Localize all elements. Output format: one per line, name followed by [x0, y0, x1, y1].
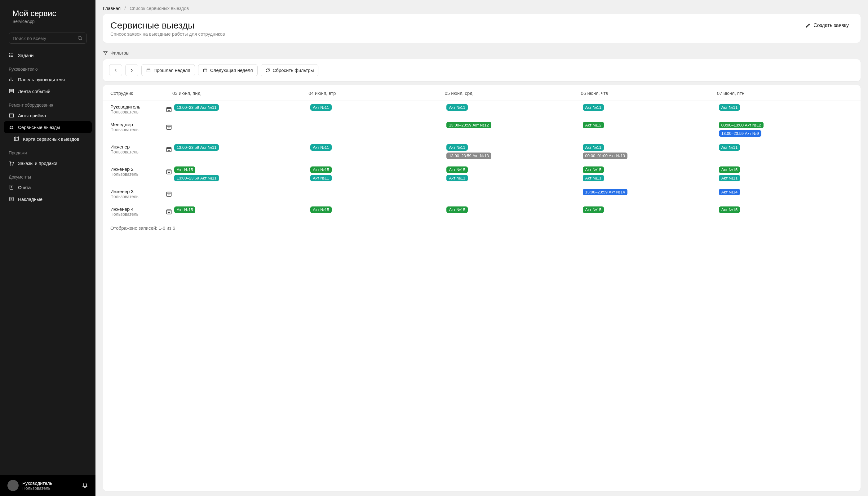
- page-subtitle: Список заявок на выездные работы для сот…: [110, 31, 225, 36]
- employee-role: Пользователь: [110, 212, 162, 217]
- act-badge[interactable]: Акт №15: [310, 167, 331, 173]
- act-badge[interactable]: Акт №11: [583, 144, 604, 151]
- svg-rect-29: [147, 69, 150, 72]
- col-day: 04 июня, втр: [308, 91, 445, 96]
- reset-filters-button[interactable]: Сбросить фильтры: [261, 64, 319, 76]
- car-icon: [9, 124, 14, 130]
- day-cell: Акт №12: [581, 122, 717, 128]
- sidebar-item-dashboard[interactable]: Панель руководителя: [4, 74, 92, 85]
- employee-cell: Инженер 3 Пользователь: [110, 189, 172, 199]
- avatar[interactable]: [7, 480, 19, 491]
- act-badge[interactable]: Акт №11: [310, 104, 331, 111]
- user-role: Пользователь: [22, 486, 78, 491]
- act-badge[interactable]: Акт №12: [583, 122, 604, 128]
- sidebar-item-waybills[interactable]: Накладные: [4, 193, 92, 205]
- day-cell: 13:00–23:59 Акт №11: [172, 104, 308, 111]
- day-cell: Акт №1513:00–23:59 Акт №11: [172, 167, 308, 181]
- breadcrumb-sep: /: [122, 5, 128, 11]
- act-badge[interactable]: Акт №11: [719, 104, 740, 111]
- prev-week-button[interactable]: Прошлая неделя: [141, 64, 195, 76]
- act-badge[interactable]: 13:00–23:59 Акт №11: [174, 175, 219, 181]
- search-input[interactable]: [13, 36, 77, 41]
- sidebar-item-service[interactable]: Сервисные выезды: [4, 121, 92, 133]
- act-badge[interactable]: 13:00–23:59 Акт №11: [174, 104, 219, 111]
- day-cell: Акт №15Акт №11: [717, 167, 853, 181]
- act-badge[interactable]: 13:00–23:59 Акт №9: [719, 130, 761, 137]
- filters-row[interactable]: Фильтры: [95, 46, 868, 59]
- act-badge[interactable]: Акт №15: [174, 206, 195, 213]
- act-badge[interactable]: Акт №15: [719, 206, 740, 213]
- act-badge[interactable]: 13:00–23:59 Акт №13: [446, 153, 491, 159]
- table-row: Менеджер Пользователь 13:00–23:59 Акт №1…: [103, 118, 861, 140]
- act-badge[interactable]: Акт №11: [310, 175, 331, 181]
- sidebar-item-acts[interactable]: Акты приёма: [4, 109, 92, 121]
- calendar-add-icon[interactable]: [166, 106, 172, 113]
- act-badge[interactable]: Акт №15: [446, 206, 467, 213]
- employee-name: Инженер 2: [110, 167, 162, 172]
- filters-label: Фильтры: [110, 50, 129, 56]
- svg-marker-28: [104, 51, 107, 55]
- bell-icon[interactable]: [82, 482, 88, 489]
- col-day: 07 июня, птн: [717, 91, 853, 96]
- act-badge[interactable]: Акт №15: [719, 167, 740, 173]
- sidebar-item-feed[interactable]: Лента событий: [4, 85, 92, 97]
- nav-section-sales: Продажи: [4, 145, 92, 157]
- act-badge[interactable]: Акт №14: [719, 189, 740, 195]
- act-badge[interactable]: Акт №11: [446, 175, 467, 181]
- next-button[interactable]: [125, 64, 138, 76]
- table-head: Сотрудник03 июня, пнд04 июня, втр05 июня…: [103, 85, 861, 100]
- main: Главная / Список сервисных выездов Серви…: [95, 0, 868, 496]
- act-badge[interactable]: Акт №11: [583, 104, 604, 111]
- act-badge[interactable]: 00:00–13:00 Акт №12: [719, 122, 763, 128]
- list-icon: [9, 52, 14, 58]
- calendar-add-icon[interactable]: [166, 168, 172, 175]
- employee-role: Пользователь: [110, 109, 162, 114]
- calendar-add-icon[interactable]: [166, 191, 172, 198]
- receipt-icon: [9, 184, 14, 190]
- table-row: Инженер 2 Пользователь Акт №1513:00–23:5…: [103, 163, 861, 185]
- sidebar-item-tasks[interactable]: Задачи: [4, 49, 92, 61]
- employee-cell: Менеджер Пользователь: [110, 122, 172, 132]
- calendar-add-icon[interactable]: [166, 146, 172, 153]
- feed-icon: [9, 88, 14, 94]
- act-badge[interactable]: Акт №15: [583, 167, 604, 173]
- act-badge[interactable]: Акт №15: [583, 206, 604, 213]
- calendar-add-icon[interactable]: [166, 208, 172, 215]
- svg-point-0: [78, 36, 81, 40]
- pencil-icon: [805, 22, 811, 28]
- act-badge[interactable]: Акт №11: [583, 175, 604, 181]
- act-badge[interactable]: 00:00–01:00 Акт №13: [583, 153, 627, 159]
- act-badge[interactable]: Акт №15: [174, 167, 195, 173]
- act-badge[interactable]: Акт №11: [719, 175, 740, 181]
- act-badge[interactable]: Акт №15: [310, 206, 331, 213]
- sidebar-item-label: Счета: [18, 185, 31, 190]
- calendar-add-icon[interactable]: [166, 124, 172, 130]
- table-row: Инженер Пользователь 13:00–23:59 Акт №11…: [103, 140, 861, 163]
- sidebar-item-invoices[interactable]: Счета: [4, 181, 92, 193]
- create-request-button[interactable]: Создать заявку: [801, 20, 853, 31]
- act-badge[interactable]: Акт №11: [310, 144, 331, 151]
- act-badge[interactable]: 13:00–23:59 Акт №12: [446, 122, 491, 128]
- act-badge[interactable]: Акт №11: [446, 144, 467, 151]
- act-badge[interactable]: 13:00–23:59 Акт №11: [174, 144, 219, 151]
- page-title: Сервисные выезды: [110, 20, 225, 31]
- sidebar-item-label: Задачи: [18, 53, 33, 58]
- search-box[interactable]: [9, 33, 87, 44]
- act-badge[interactable]: Акт №11: [446, 104, 467, 111]
- act-badge[interactable]: Акт №15: [446, 167, 467, 173]
- employee-name: Инженер 4: [110, 206, 162, 212]
- breadcrumb-home[interactable]: Главная: [103, 5, 121, 11]
- day-cell: Акт №1100:00–01:00 Акт №13: [581, 144, 717, 159]
- svg-point-5: [9, 53, 10, 54]
- nav-section-manager: Руководителю: [4, 61, 92, 74]
- svg-point-20: [11, 165, 11, 165]
- act-badge[interactable]: 13:00–23:59 Акт №14: [583, 189, 627, 195]
- prev-button[interactable]: [109, 64, 122, 76]
- day-cell: Акт №11: [717, 144, 853, 151]
- sidebar-item-service-map[interactable]: Карта сервисных выездов: [4, 133, 92, 145]
- next-week-button[interactable]: Следующая неделя: [198, 64, 258, 76]
- act-badge[interactable]: Акт №11: [719, 144, 740, 151]
- col-day: 03 июня, пнд: [172, 91, 308, 96]
- sidebar-item-orders[interactable]: Заказы и продажи: [4, 157, 92, 169]
- create-request-label: Создать заявку: [813, 22, 849, 28]
